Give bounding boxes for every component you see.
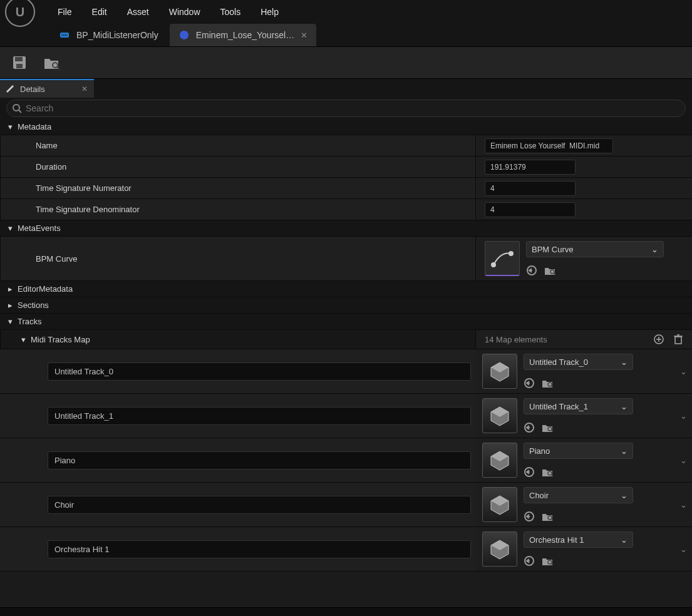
dropdown-label: Choir xyxy=(529,491,549,500)
map-label: Midi Tracks Map xyxy=(31,335,90,344)
chevron-down-icon[interactable]: ⌄ xyxy=(680,367,687,376)
tab-eminem-midi[interactable]: Eminem_Lose_Yoursel… ✕ xyxy=(170,24,316,46)
track-thumb[interactable] xyxy=(482,354,517,389)
track-row: Untitled Track_0 Untitled Track_0 ⌄ ⌄ xyxy=(0,349,692,394)
name-field[interactable] xyxy=(485,138,613,153)
details-body: ▾ Metadata Name Duration Time Signature … xyxy=(0,119,692,607)
menu-file[interactable]: File xyxy=(48,7,82,17)
use-selected-icon[interactable] xyxy=(526,265,537,276)
category-title: MetaEvents xyxy=(18,223,61,233)
blueprint-icon xyxy=(59,29,70,41)
svg-line-9 xyxy=(19,110,21,113)
menubar: U File Edit Asset Window Tools Help xyxy=(0,0,692,24)
chevron-down-icon: ▾ xyxy=(6,223,14,233)
track-row: Piano Piano ⌄ ⌄ xyxy=(0,438,692,483)
menu-asset[interactable]: Asset xyxy=(117,7,159,17)
browse-button[interactable] xyxy=(43,54,60,71)
dropdown-label: Orchestra Hit 1 xyxy=(529,535,584,545)
chevron-down-icon[interactable]: ⌄ xyxy=(680,545,687,554)
category-title: EditorMetadata xyxy=(18,284,73,294)
prop-duration: Duration xyxy=(0,157,692,178)
bpm-curve-dropdown[interactable]: BPM Curve ⌄ xyxy=(526,241,664,257)
track-key-field[interactable]: Untitled Track_0 xyxy=(48,362,471,381)
chevron-down-icon: ⌄ xyxy=(651,245,658,254)
category-editormetadata[interactable]: ▸ EditorMetadata xyxy=(0,281,692,297)
category-title: Metadata xyxy=(18,122,51,131)
tab-details[interactable]: Details ✕ xyxy=(0,79,94,98)
map-count: 14 Map elements xyxy=(485,335,547,344)
chevron-down-icon: ⌄ xyxy=(621,357,627,367)
menu-tools[interactable]: Tools xyxy=(210,7,251,17)
category-metaevents[interactable]: ▾ MetaEvents xyxy=(0,220,692,237)
svg-point-11 xyxy=(509,251,514,256)
track-asset-dropdown[interactable]: Untitled Track_1 ⌄ xyxy=(524,398,633,414)
track-asset-dropdown[interactable]: Piano ⌄ xyxy=(524,443,633,459)
prop-tsn: Time Signature Numerator xyxy=(0,178,692,199)
chevron-down-icon[interactable]: ⌄ xyxy=(680,411,687,421)
browse-to-icon[interactable] xyxy=(544,265,556,276)
track-thumb[interactable] xyxy=(482,398,517,433)
track-key-field[interactable]: Untitled Track_1 xyxy=(48,407,471,425)
tsn-field[interactable] xyxy=(485,181,576,196)
details-searchbar xyxy=(0,98,692,119)
details-label: Details xyxy=(20,85,45,94)
use-selected-icon[interactable] xyxy=(524,555,535,567)
track-asset-dropdown[interactable]: Untitled Track_0 ⌄ xyxy=(524,354,633,370)
svg-point-8 xyxy=(13,105,19,111)
svg-point-10 xyxy=(491,262,496,267)
add-element-icon[interactable] xyxy=(653,334,664,345)
browse-to-icon[interactable] xyxy=(541,422,554,433)
chevron-right-icon: ▸ xyxy=(6,284,14,294)
track-key-field[interactable]: Piano xyxy=(48,451,471,470)
clear-icon[interactable] xyxy=(673,334,683,345)
track-row: Untitled Track_1 Untitled Track_1 ⌄ ⌄ xyxy=(0,394,692,438)
svg-rect-1 xyxy=(61,34,68,36)
bpm-curve-thumb[interactable] xyxy=(485,241,520,276)
close-icon[interactable]: ✕ xyxy=(301,31,307,40)
document-tabstrip: BP_MidiListenerOnly Eminem_Lose_Yoursel…… xyxy=(0,24,692,46)
use-selected-icon[interactable] xyxy=(524,511,535,522)
track-key-field[interactable]: Choir xyxy=(48,496,471,514)
tab-label: BP_MidiListenerOnly xyxy=(76,30,158,40)
menu-window[interactable]: Window xyxy=(159,7,210,17)
track-thumb[interactable] xyxy=(482,487,517,522)
search-field-wrap[interactable] xyxy=(6,100,686,117)
category-sections[interactable]: ▸ Sections xyxy=(0,297,692,314)
use-selected-icon[interactable] xyxy=(524,377,535,389)
details-icon xyxy=(5,84,15,94)
menu-help[interactable]: Help xyxy=(250,7,289,17)
close-icon[interactable]: ✕ xyxy=(81,85,88,93)
save-button[interactable] xyxy=(11,54,28,71)
browse-to-icon[interactable] xyxy=(541,555,554,567)
statusbar xyxy=(0,607,692,616)
dropdown-label: Untitled Track_1 xyxy=(529,402,588,411)
browse-to-icon[interactable] xyxy=(541,377,554,389)
track-asset-dropdown[interactable]: Choir ⌄ xyxy=(524,487,633,503)
svg-line-7 xyxy=(57,67,59,69)
tsd-field[interactable] xyxy=(485,202,576,217)
track-asset-dropdown[interactable]: Orchestra Hit 1 ⌄ xyxy=(524,531,633,548)
category-tracks[interactable]: ▾ Tracks xyxy=(0,314,692,330)
dropdown-label: BPM Curve xyxy=(532,245,573,254)
search-input[interactable] xyxy=(26,103,680,113)
browse-to-icon[interactable] xyxy=(541,466,554,478)
category-metadata[interactable]: ▾ Metadata xyxy=(0,119,692,135)
chevron-down-icon[interactable]: ⌄ xyxy=(680,500,687,510)
category-title: Tracks xyxy=(18,317,42,326)
svg-rect-5 xyxy=(16,64,23,68)
unreal-logo: U xyxy=(5,0,35,27)
browse-to-icon[interactable] xyxy=(541,511,554,522)
track-thumb[interactable] xyxy=(482,443,517,478)
chevron-down-icon[interactable]: ⌄ xyxy=(680,456,687,465)
menu-edit[interactable]: Edit xyxy=(82,7,117,17)
duration-field[interactable] xyxy=(485,160,576,175)
svg-point-2 xyxy=(180,31,188,39)
chevron-down-icon[interactable]: ▾ xyxy=(19,335,27,344)
prop-label: Name xyxy=(0,135,476,156)
use-selected-icon[interactable] xyxy=(524,422,535,433)
track-thumb[interactable] xyxy=(482,531,517,567)
use-selected-icon[interactable] xyxy=(524,466,535,478)
tab-bp-midilistener[interactable]: BP_MidiListenerOnly xyxy=(50,24,167,46)
prop-label: Time Signature Denominator xyxy=(0,199,476,220)
track-key-field[interactable]: Orchestra Hit 1 xyxy=(48,540,471,558)
